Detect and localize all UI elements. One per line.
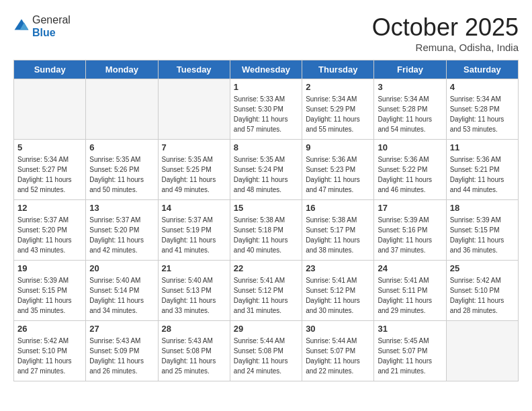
day-number: 25 bbox=[450, 263, 515, 273]
weekday-header: Sunday bbox=[14, 60, 86, 79]
day-info: Sunrise: 5:39 AMSunset: 5:15 PMDaylight:… bbox=[17, 275, 82, 316]
day-number: 27 bbox=[89, 324, 154, 334]
calendar-cell: 6Sunrise: 5:35 AMSunset: 5:26 PMDaylight… bbox=[86, 140, 158, 200]
calendar-week-row: 26Sunrise: 5:42 AMSunset: 5:10 PMDayligh… bbox=[14, 321, 519, 381]
day-info: Sunrise: 5:34 AMSunset: 5:28 PMDaylight:… bbox=[378, 94, 442, 134]
calendar-cell: 14Sunrise: 5:37 AMSunset: 5:19 PMDayligh… bbox=[158, 200, 230, 261]
day-number: 18 bbox=[450, 203, 515, 213]
day-info: Sunrise: 5:41 AMSunset: 5:11 PMDaylight:… bbox=[378, 275, 442, 316]
location-subtitle: Remuna, Odisha, India bbox=[372, 42, 519, 53]
weekday-header: Saturday bbox=[446, 60, 518, 79]
day-info: Sunrise: 5:45 AMSunset: 5:07 PMDaylight:… bbox=[378, 336, 442, 376]
calendar-week-row: 5Sunrise: 5:34 AMSunset: 5:27 PMDaylight… bbox=[14, 140, 519, 200]
day-info: Sunrise: 5:37 AMSunset: 5:20 PMDaylight:… bbox=[89, 215, 154, 255]
day-number: 9 bbox=[306, 142, 370, 152]
calendar-cell: 31Sunrise: 5:45 AMSunset: 5:07 PMDayligh… bbox=[374, 321, 446, 381]
day-info: Sunrise: 5:41 AMSunset: 5:12 PMDaylight:… bbox=[306, 275, 370, 316]
day-info: Sunrise: 5:36 AMSunset: 5:22 PMDaylight:… bbox=[378, 154, 442, 195]
day-number: 15 bbox=[234, 203, 298, 213]
calendar-cell: 3Sunrise: 5:34 AMSunset: 5:28 PMDaylight… bbox=[374, 79, 446, 140]
day-info: Sunrise: 5:43 AMSunset: 5:09 PMDaylight:… bbox=[89, 336, 154, 376]
day-number: 4 bbox=[450, 82, 515, 92]
day-number: 17 bbox=[378, 203, 442, 213]
logo-icon bbox=[13, 18, 30, 34]
calendar-cell: 13Sunrise: 5:37 AMSunset: 5:20 PMDayligh… bbox=[86, 200, 158, 261]
day-info: Sunrise: 5:44 AMSunset: 5:07 PMDaylight:… bbox=[306, 336, 370, 376]
day-number: 1 bbox=[234, 82, 298, 92]
calendar-cell: 8Sunrise: 5:35 AMSunset: 5:24 PMDaylight… bbox=[230, 140, 302, 200]
day-info: Sunrise: 5:35 AMSunset: 5:24 PMDaylight:… bbox=[234, 154, 298, 195]
day-number: 6 bbox=[89, 142, 154, 152]
day-number: 3 bbox=[378, 82, 442, 92]
day-info: Sunrise: 5:33 AMSunset: 5:30 PMDaylight:… bbox=[234, 94, 298, 134]
day-number: 24 bbox=[378, 263, 442, 273]
logo-blue: Blue bbox=[32, 26, 71, 39]
weekday-header: Thursday bbox=[302, 60, 374, 79]
day-info: Sunrise: 5:34 AMSunset: 5:27 PMDaylight:… bbox=[17, 154, 82, 195]
calendar-cell: 9Sunrise: 5:36 AMSunset: 5:23 PMDaylight… bbox=[302, 140, 374, 200]
calendar-cell: 15Sunrise: 5:38 AMSunset: 5:18 PMDayligh… bbox=[230, 200, 302, 261]
calendar-cell: 1Sunrise: 5:33 AMSunset: 5:30 PMDaylight… bbox=[230, 79, 302, 140]
calendar-cell: 28Sunrise: 5:43 AMSunset: 5:08 PMDayligh… bbox=[158, 321, 230, 381]
logo-general: General bbox=[32, 13, 71, 26]
calendar-cell: 4Sunrise: 5:34 AMSunset: 5:28 PMDaylight… bbox=[446, 79, 518, 140]
day-info: Sunrise: 5:38 AMSunset: 5:17 PMDaylight:… bbox=[306, 215, 370, 255]
calendar-cell bbox=[86, 79, 158, 140]
day-info: Sunrise: 5:39 AMSunset: 5:16 PMDaylight:… bbox=[378, 215, 442, 255]
title-block: October 2025 Remuna, Odisha, India bbox=[372, 13, 519, 53]
day-info: Sunrise: 5:40 AMSunset: 5:13 PMDaylight:… bbox=[162, 275, 226, 316]
calendar-cell: 22Sunrise: 5:41 AMSunset: 5:12 PMDayligh… bbox=[230, 261, 302, 321]
calendar-cell: 23Sunrise: 5:41 AMSunset: 5:12 PMDayligh… bbox=[302, 261, 374, 321]
weekday-header-row: SundayMondayTuesdayWednesdayThursdayFrid… bbox=[14, 60, 519, 79]
day-number: 23 bbox=[306, 263, 370, 273]
day-info: Sunrise: 5:37 AMSunset: 5:19 PMDaylight:… bbox=[162, 215, 226, 255]
day-info: Sunrise: 5:42 AMSunset: 5:10 PMDaylight:… bbox=[450, 275, 515, 316]
day-info: Sunrise: 5:34 AMSunset: 5:28 PMDaylight:… bbox=[450, 94, 515, 134]
calendar-week-row: 12Sunrise: 5:37 AMSunset: 5:20 PMDayligh… bbox=[14, 200, 519, 261]
day-info: Sunrise: 5:38 AMSunset: 5:18 PMDaylight:… bbox=[234, 215, 298, 255]
day-info: Sunrise: 5:44 AMSunset: 5:08 PMDaylight:… bbox=[234, 336, 298, 376]
day-info: Sunrise: 5:36 AMSunset: 5:23 PMDaylight:… bbox=[306, 154, 370, 195]
day-number: 26 bbox=[17, 324, 82, 334]
day-info: Sunrise: 5:40 AMSunset: 5:14 PMDaylight:… bbox=[89, 275, 154, 316]
day-number: 16 bbox=[306, 203, 370, 213]
day-number: 8 bbox=[234, 142, 298, 152]
day-number: 10 bbox=[378, 142, 442, 152]
weekday-header: Wednesday bbox=[230, 60, 302, 79]
day-number: 20 bbox=[89, 263, 154, 273]
day-number: 12 bbox=[17, 203, 82, 213]
calendar-cell: 12Sunrise: 5:37 AMSunset: 5:20 PMDayligh… bbox=[14, 200, 86, 261]
day-number: 21 bbox=[162, 263, 226, 273]
calendar-cell bbox=[446, 321, 518, 381]
weekday-header: Monday bbox=[86, 60, 158, 79]
calendar-table: SundayMondayTuesdayWednesdayThursdayFrid… bbox=[13, 60, 519, 381]
calendar-cell: 25Sunrise: 5:42 AMSunset: 5:10 PMDayligh… bbox=[446, 261, 518, 321]
calendar-cell: 11Sunrise: 5:36 AMSunset: 5:21 PMDayligh… bbox=[446, 140, 518, 200]
calendar-cell: 24Sunrise: 5:41 AMSunset: 5:11 PMDayligh… bbox=[374, 261, 446, 321]
logo-text: General Blue bbox=[32, 13, 71, 39]
day-number: 13 bbox=[89, 203, 154, 213]
day-info: Sunrise: 5:39 AMSunset: 5:15 PMDaylight:… bbox=[450, 215, 515, 255]
day-number: 28 bbox=[162, 324, 226, 334]
day-number: 30 bbox=[306, 324, 370, 334]
day-number: 2 bbox=[306, 82, 370, 92]
weekday-header: Tuesday bbox=[158, 60, 230, 79]
day-info: Sunrise: 5:43 AMSunset: 5:08 PMDaylight:… bbox=[162, 336, 226, 376]
day-number: 14 bbox=[162, 203, 226, 213]
month-title: October 2025 bbox=[372, 13, 519, 42]
day-info: Sunrise: 5:35 AMSunset: 5:25 PMDaylight:… bbox=[162, 154, 226, 195]
day-number: 11 bbox=[450, 142, 515, 152]
calendar-cell: 17Sunrise: 5:39 AMSunset: 5:16 PMDayligh… bbox=[374, 200, 446, 261]
calendar-cell: 7Sunrise: 5:35 AMSunset: 5:25 PMDaylight… bbox=[158, 140, 230, 200]
calendar-cell bbox=[14, 79, 86, 140]
calendar-week-row: 1Sunrise: 5:33 AMSunset: 5:30 PMDaylight… bbox=[14, 79, 519, 140]
calendar-cell: 2Sunrise: 5:34 AMSunset: 5:29 PMDaylight… bbox=[302, 79, 374, 140]
day-number: 31 bbox=[378, 324, 442, 334]
calendar-cell: 16Sunrise: 5:38 AMSunset: 5:17 PMDayligh… bbox=[302, 200, 374, 261]
day-number: 5 bbox=[17, 142, 82, 152]
calendar-cell: 5Sunrise: 5:34 AMSunset: 5:27 PMDaylight… bbox=[14, 140, 86, 200]
day-number: 22 bbox=[234, 263, 298, 273]
calendar-cell: 10Sunrise: 5:36 AMSunset: 5:22 PMDayligh… bbox=[374, 140, 446, 200]
calendar-week-row: 19Sunrise: 5:39 AMSunset: 5:15 PMDayligh… bbox=[14, 261, 519, 321]
day-number: 19 bbox=[17, 263, 82, 273]
